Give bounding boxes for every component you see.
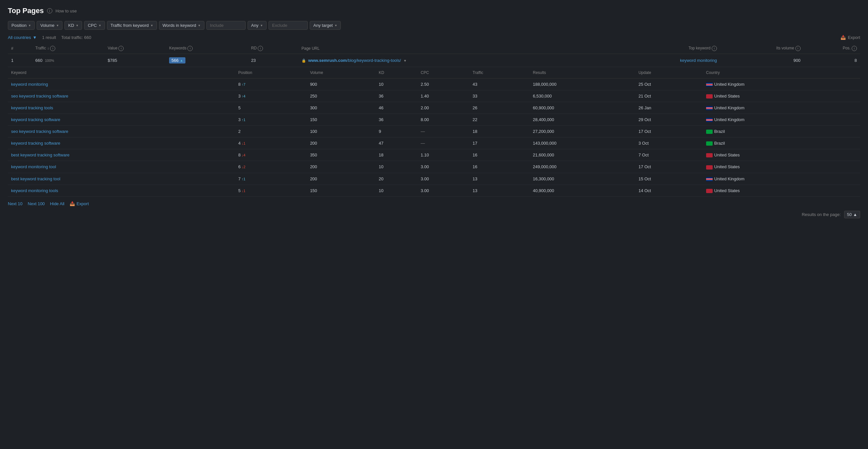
chevron-down-icon: ▼: [76, 24, 79, 27]
summary-bar: All countries ▼ 1 result Total traffic: …: [8, 35, 860, 40]
kw-cell-kd: 9: [375, 126, 417, 138]
info-icon: i: [851, 46, 857, 51]
pos-change: ↑1: [241, 118, 246, 122]
bottom-bar: Results on the page: 50 ▲: [8, 211, 860, 218]
kw-cell-volume: 200: [307, 138, 375, 149]
pos-change: ↑1: [241, 177, 246, 181]
col-top-keyword[interactable]: Top keyword i: [602, 43, 720, 54]
keyword-link[interactable]: seo keyword tracking software: [11, 94, 68, 98]
chevron-down-icon: ▼: [28, 24, 31, 27]
export-button[interactable]: 📥 Export: [840, 35, 860, 40]
page-title: Top Pages: [8, 6, 44, 15]
kw-cell-cpc: 1.10: [417, 149, 469, 161]
kw-col-kd: KD: [375, 67, 417, 79]
kw-cell-update: 15 Oct: [635, 173, 703, 185]
info-icon[interactable]: i: [47, 8, 52, 13]
col-keywords[interactable]: Keywords i: [166, 43, 248, 54]
kw-cell-volume: 150: [307, 185, 375, 197]
keyword-link[interactable]: keyword monitoring: [11, 82, 48, 87]
kw-cell-update: 14 Oct: [635, 185, 703, 197]
kw-cell-position: 4 ↓1: [235, 138, 306, 149]
traffic-from-keyword-filter[interactable]: Traffic from keyword ▼: [107, 21, 157, 30]
pos-change: ↓1: [241, 189, 246, 193]
kw-cell-update: 7 Oct: [635, 149, 703, 161]
col-pos[interactable]: Pos. i: [804, 43, 860, 54]
chevron-down-icon: ▼: [334, 24, 337, 27]
kw-cell-traffic: 16: [469, 149, 529, 161]
keyword-link[interactable]: keyword monitoring tools: [11, 188, 58, 193]
kw-cell-keyword: keyword tracking software: [8, 138, 235, 149]
keywords-section: Keyword Position Volume KD CPC Traffic R…: [8, 67, 860, 197]
kw-cell-country: Brazil: [703, 138, 860, 149]
kw-cell-cpc: 3.00: [417, 173, 469, 185]
kw-cell-kd: 20: [375, 173, 417, 185]
keyword-link[interactable]: keyword monitoring tool: [11, 164, 56, 169]
kd-filter[interactable]: KD ▼: [64, 21, 82, 30]
cell-url: 🔒 www.semrush.com/blog/keyword-tracking-…: [298, 54, 602, 67]
volume-filter[interactable]: Volume ▼: [37, 21, 62, 30]
cell-its-volume: 900: [720, 54, 804, 67]
kw-cell-traffic: 26: [469, 102, 529, 114]
include-any-filter[interactable]: Any ▼: [248, 21, 267, 30]
kw-col-volume: Volume: [307, 67, 375, 79]
chevron-down-icon: ▼: [150, 24, 153, 27]
keyword-link[interactable]: best keyword tracking software: [11, 152, 69, 157]
lock-icon: 🔒: [302, 59, 306, 62]
kw-cell-update: 26 Jan: [635, 102, 703, 114]
keyword-row: keyword tracking software 4 ↓1 200 47 — …: [8, 138, 860, 149]
keyword-link[interactable]: keyword tracking tools: [11, 106, 53, 110]
kw-cell-keyword: seo keyword tracking software: [8, 126, 235, 138]
kw-cell-traffic: 17: [469, 138, 529, 149]
next-100-button[interactable]: Next 100: [28, 201, 45, 206]
export-icon: 📥: [70, 201, 75, 206]
cpc-filter[interactable]: CPC ▼: [84, 21, 105, 30]
keywords-badge[interactable]: 566 ▲: [169, 57, 185, 63]
info-icon: i: [712, 46, 717, 51]
how-to-use-link[interactable]: How to use: [56, 8, 77, 13]
next-10-button[interactable]: Next 10: [8, 201, 23, 206]
chevron-down-icon: ▼: [56, 24, 59, 27]
kw-cell-volume: 200: [307, 173, 375, 185]
top-keyword-link[interactable]: keyword monitoring: [680, 58, 717, 63]
hide-all-button[interactable]: Hide All: [50, 201, 64, 206]
kw-cell-keyword: keyword monitoring: [8, 79, 235, 90]
col-value[interactable]: Value i: [104, 43, 166, 54]
any-target-filter[interactable]: Any target ▼: [310, 21, 341, 30]
words-in-keyword-filter[interactable]: Words in keyword ▼: [159, 21, 205, 30]
exclude-input[interactable]: [269, 21, 308, 30]
kw-cell-volume: 250: [307, 90, 375, 102]
page-url-link[interactable]: www.semrush.com/blog/keyword-tracking-to…: [308, 58, 402, 63]
chevron-down-icon: ▼: [260, 24, 263, 27]
kw-cell-keyword: keyword tracking tools: [8, 102, 235, 114]
col-rd[interactable]: RD i: [248, 43, 298, 54]
col-its-volume[interactable]: Its volume i: [720, 43, 804, 54]
kw-col-country: Country: [703, 67, 860, 79]
results-count-button[interactable]: 50 ▲: [844, 211, 860, 218]
keyword-link[interactable]: keyword tracking software: [11, 117, 60, 122]
kw-col-traffic: Traffic: [469, 67, 529, 79]
cell-traffic: 660 100%: [32, 54, 104, 67]
country-filter[interactable]: All countries ▼: [8, 35, 37, 40]
result-count: 1 result: [42, 35, 56, 40]
pos-change: ↑4: [241, 94, 246, 98]
kw-cell-keyword: keyword monitoring tools: [8, 185, 235, 197]
col-traffic[interactable]: Traffic ↓ i: [32, 43, 104, 54]
keyword-link[interactable]: seo keyword tracking software: [11, 129, 68, 134]
col-page-url: Page URL: [298, 43, 602, 54]
export-inline-button[interactable]: 📥 Export: [70, 201, 89, 206]
keyword-link[interactable]: best keyword tracking tool: [11, 176, 60, 181]
kw-cell-results: 28,400,000: [529, 114, 635, 126]
kw-cell-update: 17 Oct: [635, 161, 703, 173]
summary-left: All countries ▼ 1 result Total traffic: …: [8, 35, 91, 40]
kw-cell-results: 6,530,000: [529, 90, 635, 102]
keyword-row: keyword monitoring tools 5 ↓1 150 10 3.0…: [8, 185, 860, 197]
kw-cell-kd: 36: [375, 114, 417, 126]
keyword-link[interactable]: keyword tracking software: [11, 141, 60, 146]
kw-cell-position: 3 ↑1: [235, 114, 306, 126]
include-input[interactable]: [206, 21, 246, 30]
kw-cell-country: United States: [703, 185, 860, 197]
chevron-up-icon: ▲: [853, 212, 857, 217]
kw-cell-country: United Kingdom: [703, 173, 860, 185]
kw-cell-keyword: keyword tracking software: [8, 114, 235, 126]
position-filter[interactable]: Position ▼: [8, 21, 35, 30]
